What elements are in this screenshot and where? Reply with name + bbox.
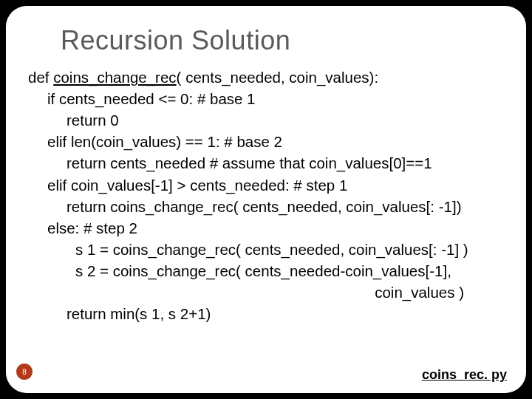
code-line-5: return cents_needed # assume that coin_v… xyxy=(28,152,504,174)
code-line-8: else: # step 2 xyxy=(28,217,504,239)
code-keyword-def: def xyxy=(28,69,53,86)
code-line-1: def coins_change_rec( cents_needed, coin… xyxy=(28,66,504,88)
code-line-9: s 1 = coins_change_rec( cents_needed, co… xyxy=(28,239,504,260)
code-line-12: return min(s 1, s 2+1) xyxy=(28,303,504,324)
page-number-badge: 8 xyxy=(16,364,33,380)
code-line-11: coin_values ) xyxy=(28,282,504,303)
slide-frame: Recursion Solution def coins_change_rec(… xyxy=(6,6,526,393)
code-function-name: coins_change_rec xyxy=(53,69,176,86)
page-number: 8 xyxy=(22,368,27,376)
code-line-1-tail: ( cents_needed, coin_values): xyxy=(177,69,379,86)
slide-title: Recursion Solution xyxy=(61,25,504,56)
code-line-6: elif coin_values[-1] > cents_needed: # s… xyxy=(28,174,504,196)
code-line-3: return 0 xyxy=(28,109,504,131)
code-line-2: if cents_needed <= 0: # base 1 xyxy=(28,88,504,109)
code-line-4: elif len(coin_values) == 1: # base 2 xyxy=(28,131,504,152)
code-block: def coins_change_rec( cents_needed, coin… xyxy=(28,66,504,324)
code-line-10: s 2 = coins_change_rec( cents_needed-coi… xyxy=(28,260,504,282)
code-line-7: return coins_change_rec( cents_needed, c… xyxy=(28,196,504,217)
file-link[interactable]: coins_rec. py xyxy=(422,367,507,383)
